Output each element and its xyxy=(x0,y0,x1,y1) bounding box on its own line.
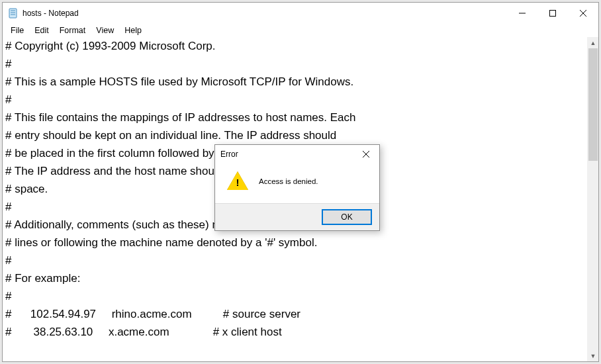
menu-view[interactable]: View xyxy=(91,25,119,36)
error-dialog: Error ! Access is denied. OK xyxy=(214,144,380,231)
ok-button[interactable]: OK xyxy=(322,210,371,224)
warning-icon: ! xyxy=(227,171,248,191)
svg-rect-5 xyxy=(550,11,556,17)
scrollbar-thumb[interactable] xyxy=(588,48,598,161)
dialog-close-button[interactable] xyxy=(353,145,379,163)
dialog-titlebar[interactable]: Error xyxy=(215,145,379,163)
dialog-body: ! Access is denied. xyxy=(215,163,379,203)
menubar: File Edit Format View Help xyxy=(3,24,598,37)
close-button[interactable] xyxy=(568,3,598,24)
menu-help[interactable]: Help xyxy=(119,25,147,36)
dialog-title: Error xyxy=(220,150,238,159)
window-title: hosts - Notepad xyxy=(23,9,79,18)
scroll-down-icon[interactable]: ▼ xyxy=(588,350,598,361)
notepad-app-icon xyxy=(8,8,19,19)
menu-file[interactable]: File xyxy=(5,25,29,36)
titlebar[interactable]: hosts - Notepad xyxy=(3,3,598,24)
scroll-up-icon[interactable]: ▲ xyxy=(588,37,598,48)
maximize-button[interactable] xyxy=(537,3,568,24)
vertical-scrollbar[interactable]: ▲ ▼ xyxy=(587,37,598,361)
menu-format[interactable]: Format xyxy=(54,25,91,36)
dialog-actions: OK xyxy=(215,203,379,230)
menu-edit[interactable]: Edit xyxy=(29,25,54,36)
svg-rect-0 xyxy=(9,9,17,18)
dialog-message: Access is denied. xyxy=(259,177,318,185)
minimize-button[interactable] xyxy=(507,3,537,24)
